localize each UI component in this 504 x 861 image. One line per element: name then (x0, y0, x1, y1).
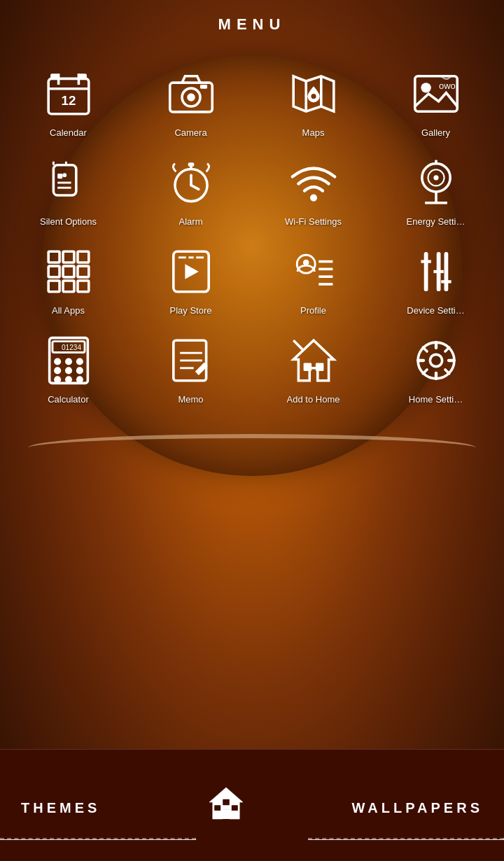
svg-point-34 (433, 175, 438, 180)
app-gallery[interactable]: owo Gallery (374, 56, 497, 145)
home-button[interactable] (205, 783, 247, 828)
wifi-settings-icon (286, 155, 342, 211)
svg-rect-17 (53, 165, 76, 195)
svg-rect-92 (232, 805, 238, 811)
svg-rect-93 (223, 799, 230, 804)
app-silent-options[interactable]: Silent Options (7, 145, 130, 234)
svg-rect-5 (50, 74, 59, 80)
svg-point-13 (311, 94, 316, 99)
app-play-store[interactable]: Play Store (130, 234, 252, 323)
svg-line-87 (444, 370, 449, 374)
svg-point-9 (187, 93, 195, 102)
home-settings-label: Home Setti… (409, 394, 463, 405)
svg-point-15 (421, 83, 430, 92)
svg-point-66 (54, 367, 61, 374)
svg-rect-42 (63, 281, 74, 292)
svg-text:12: 12 (61, 93, 76, 108)
svg-point-71 (76, 376, 83, 383)
calendar-label: Calendar (50, 127, 87, 138)
app-calendar[interactable]: 12 Calendar (7, 56, 130, 145)
svg-line-89 (423, 370, 427, 374)
wallpapers-button[interactable]: WALLPAPERS (352, 794, 483, 816)
wifi-settings-label: Wi-Fi Settings (285, 216, 342, 227)
themes-button[interactable]: THEMES (21, 794, 100, 816)
svg-rect-36 (63, 251, 74, 262)
energy-settings-label: Energy Setti… (407, 216, 465, 227)
maps-label: Maps (302, 127, 325, 138)
footer-divider-right (308, 838, 504, 840)
energy-settings-icon (408, 155, 464, 211)
svg-rect-91 (214, 805, 220, 811)
app-wifi-settings[interactable]: Wi-Fi Settings (252, 145, 374, 234)
memo-icon (163, 332, 219, 388)
svg-text:owo: owo (438, 80, 455, 91)
app-alarm[interactable]: Alarm (130, 145, 252, 234)
apps-grid: 12 Calendar Camera Maps owo Gallery (0, 42, 504, 419)
device-settings-label: Device Setti… (407, 305, 464, 316)
svg-point-64 (64, 358, 71, 365)
camera-icon (163, 66, 219, 122)
all-apps-label: All Apps (52, 305, 85, 316)
footer-divider-left (0, 838, 196, 840)
home-icon (205, 783, 247, 828)
svg-line-86 (423, 347, 427, 351)
app-camera[interactable]: Camera (130, 56, 252, 145)
app-maps[interactable]: Maps (252, 56, 374, 145)
svg-rect-78 (315, 363, 323, 372)
all-apps-icon (41, 244, 97, 300)
svg-line-24 (191, 186, 199, 190)
gallery-icon: owo (408, 66, 464, 122)
calendar-icon: 12 (41, 66, 97, 122)
svg-rect-40 (77, 266, 88, 277)
memo-label: Memo (178, 394, 203, 405)
svg-point-67 (64, 367, 71, 374)
silent-options-icon (41, 155, 97, 211)
svg-text:01234: 01234 (61, 344, 80, 351)
app-energy-settings[interactable]: Energy Setti… (374, 145, 497, 234)
profile-icon (286, 244, 342, 300)
svg-point-27 (309, 195, 316, 202)
svg-rect-6 (77, 74, 86, 80)
app-profile[interactable]: Profile (252, 234, 374, 323)
svg-rect-41 (48, 281, 59, 292)
svg-rect-38 (48, 266, 59, 277)
svg-line-88 (444, 347, 449, 351)
app-device-settings[interactable]: Device Setti… (374, 234, 497, 323)
app-memo[interactable]: Memo (130, 323, 252, 412)
alarm-label: Alarm (179, 216, 203, 227)
svg-point-68 (76, 367, 83, 374)
device-settings-icon (408, 244, 464, 300)
svg-rect-90 (220, 809, 232, 819)
themes-label: THEMES (21, 800, 100, 816)
svg-rect-77 (303, 363, 312, 372)
silent-options-label: Silent Options (40, 216, 97, 227)
svg-point-21 (62, 173, 66, 177)
svg-rect-26 (188, 162, 194, 167)
svg-rect-35 (48, 251, 59, 262)
play-store-label: Play Store (170, 305, 212, 316)
maps-icon (286, 66, 342, 122)
svg-point-81 (430, 354, 442, 366)
svg-line-79 (293, 340, 302, 349)
camera-label: Camera (174, 127, 206, 138)
app-all-apps[interactable]: All Apps (7, 234, 130, 323)
add-to-home-icon (286, 332, 342, 388)
svg-rect-39 (63, 266, 74, 277)
alarm-icon (163, 155, 219, 211)
home-settings-icon (408, 332, 464, 388)
svg-rect-43 (77, 281, 88, 292)
svg-rect-37 (77, 251, 88, 262)
svg-rect-10 (200, 85, 206, 89)
svg-rect-18 (57, 174, 62, 178)
app-add-to-home[interactable]: Add to Home (252, 323, 374, 412)
cup-rim (28, 434, 476, 462)
svg-point-65 (76, 358, 83, 365)
svg-point-70 (64, 376, 71, 383)
app-home-settings[interactable]: Home Setti… (374, 323, 497, 412)
svg-point-69 (54, 376, 61, 383)
app-calculator[interactable]: 01234 Calculator (7, 323, 130, 412)
play-store-icon (163, 244, 219, 300)
svg-point-63 (54, 358, 61, 365)
wallpapers-label: WALLPAPERS (352, 800, 483, 816)
calculator-label: Calculator (48, 394, 89, 405)
